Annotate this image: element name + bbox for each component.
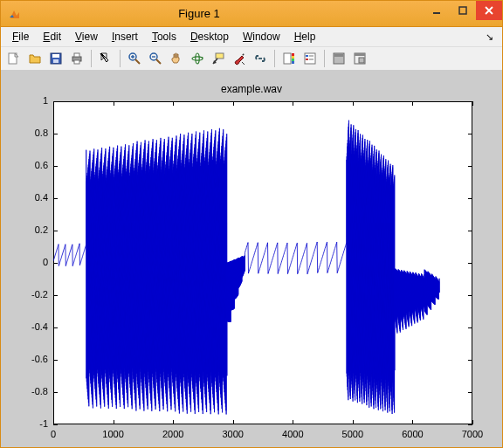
menu-tools[interactable]: Tools — [146, 29, 183, 45]
waveform-line — [53, 121, 439, 415]
edit-plot-icon[interactable] — [96, 49, 115, 68]
menu-file[interactable]: File — [6, 29, 35, 45]
toolbar-separator — [274, 50, 275, 67]
svg-rect-21 — [306, 59, 308, 60]
toolbar-separator — [120, 50, 121, 67]
xtick-label: 3000 — [216, 429, 251, 439]
xtick-label: 1000 — [96, 429, 131, 439]
ytick-label: -1 — [13, 418, 48, 429]
xtick-label: 7000 — [455, 429, 490, 439]
ytick-label: 0.2 — [13, 224, 48, 235]
svg-rect-18 — [292, 61, 294, 64]
ytick-label: 0.6 — [13, 160, 48, 170]
toolbar — [1, 46, 502, 71]
ytick-label: 0.4 — [13, 192, 48, 203]
svg-rect-26 — [359, 58, 364, 63]
svg-rect-20 — [306, 55, 308, 57]
window-controls — [424, 1, 502, 26]
minimize-button[interactable] — [424, 1, 450, 20]
data-cursor-icon[interactable] — [209, 49, 228, 68]
rotate3d-icon[interactable] — [188, 49, 207, 68]
svg-rect-0 — [433, 12, 440, 14]
ytick-label: -0.6 — [13, 354, 48, 364]
toolbar-dropdown-icon[interactable]: ↘ — [486, 31, 497, 43]
colorbar-icon[interactable] — [279, 49, 299, 68]
ytick-label: 0.8 — [13, 128, 48, 138]
xtick-label: 5000 — [335, 429, 370, 439]
svg-point-11 — [192, 57, 203, 60]
menu-help[interactable]: Help — [288, 29, 322, 45]
svg-rect-23 — [334, 54, 343, 57]
menu-window[interactable]: Window — [237, 29, 286, 45]
ytick-label: -0.2 — [13, 289, 48, 300]
svg-rect-5 — [53, 59, 59, 63]
menu-edit[interactable]: Edit — [37, 29, 67, 45]
plot-title: example.wav — [1, 83, 502, 95]
hide-tools-icon[interactable] — [329, 49, 348, 68]
brush-icon[interactable] — [230, 49, 249, 68]
svg-point-12 — [196, 53, 199, 64]
pan-icon[interactable] — [167, 49, 186, 68]
svg-rect-7 — [74, 53, 79, 57]
window-title: Figure 1 — [0, 7, 424, 20]
open-icon[interactable] — [25, 49, 45, 68]
link-icon[interactable] — [251, 49, 270, 68]
svg-rect-14 — [284, 53, 291, 64]
zoom-in-icon[interactable] — [125, 49, 144, 68]
svg-rect-16 — [292, 56, 294, 59]
menubar: FileEditViewInsertToolsDesktopWindowHelp… — [1, 27, 502, 46]
svg-rect-1 — [459, 7, 466, 14]
dock-icon[interactable] — [350, 49, 369, 68]
zoom-out-icon[interactable] — [146, 49, 165, 68]
menu-view[interactable]: View — [69, 29, 104, 45]
plot[interactable] — [53, 101, 472, 424]
legend-icon[interactable] — [300, 49, 320, 68]
svg-rect-13 — [216, 53, 224, 59]
svg-rect-17 — [292, 59, 294, 61]
svg-rect-8 — [74, 60, 79, 64]
close-button[interactable] — [476, 1, 502, 20]
svg-rect-4 — [52, 54, 59, 58]
svg-rect-15 — [292, 53, 294, 56]
ytick-label: -0.4 — [13, 321, 48, 332]
titlebar[interactable]: Figure 1 — [1, 1, 502, 27]
save-icon[interactable] — [46, 49, 65, 68]
xtick-label: 0 — [36, 429, 71, 439]
toolbar-separator — [324, 50, 325, 67]
xtick-label: 2000 — [155, 429, 190, 439]
ytick-label: 1 — [13, 95, 48, 106]
ytick-label: -0.8 — [13, 386, 48, 396]
menu-insert[interactable]: Insert — [106, 29, 144, 45]
menu-desktop[interactable]: Desktop — [184, 29, 235, 45]
new-figure-icon[interactable] — [4, 49, 24, 68]
xtick-label: 4000 — [275, 429, 310, 439]
svg-rect-25 — [355, 53, 365, 56]
xtick-label: 6000 — [395, 429, 430, 439]
figure-window: Figure 1 FileEditViewInsertToolsDesktopW… — [0, 0, 503, 448]
figure-area: example.wav -1-0.8-0.6-0.4-0.200.20.40.6… — [1, 71, 502, 447]
ytick-label: 0 — [13, 257, 48, 267]
toolbar-separator — [91, 50, 92, 67]
maximize-button[interactable] — [450, 1, 476, 20]
print-icon[interactable] — [67, 49, 86, 68]
